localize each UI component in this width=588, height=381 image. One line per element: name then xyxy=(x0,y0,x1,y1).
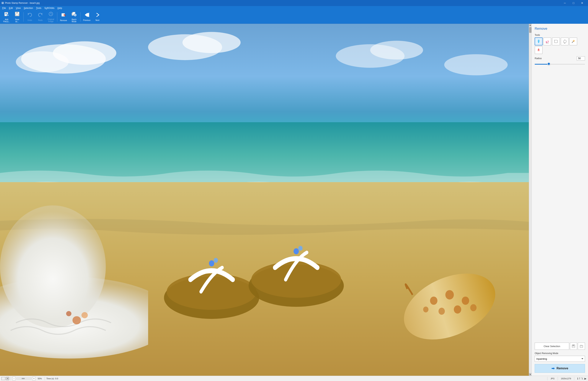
toolbar-sep-2 xyxy=(57,12,57,22)
panel-title: Remove xyxy=(535,27,585,31)
minimize-button[interactable]: ─ xyxy=(561,0,569,6)
batch-mode-button[interactable]: BatchMode xyxy=(69,11,79,23)
scroll-thumb-vertical[interactable] xyxy=(529,27,531,33)
remove-button[interactable]: ➡ Remove xyxy=(535,364,585,373)
original-image-icon xyxy=(48,12,53,18)
time-value: 0.0 xyxy=(55,378,58,380)
selection-icons: ⊞ xyxy=(1,377,9,380)
svg-rect-1 xyxy=(5,13,7,13)
svg-marker-57 xyxy=(538,42,539,43)
action-row: Clear Selection xyxy=(535,342,585,350)
zoom-out-button[interactable]: − xyxy=(12,377,16,380)
redo-icon xyxy=(38,12,43,19)
status-right: JPG 1920x1279 ℹ f 𝕏 ▶ xyxy=(547,377,587,380)
undo-label: Undo xyxy=(27,19,32,21)
svg-rect-78 xyxy=(572,347,574,347)
svg-point-38 xyxy=(66,311,71,316)
statusbar: ⊞ − + 50% Time (s): 0.0 JPG 1920x1279 ℹ … xyxy=(0,376,588,381)
spacer xyxy=(535,69,585,340)
menu-edit[interactable]: Edit xyxy=(7,6,14,10)
titlebar-left: 🖼 Photo Stamp Remover - beach.jpg xyxy=(1,2,40,4)
radius-label: Radius xyxy=(535,57,542,60)
close-button[interactable]: ✕ xyxy=(578,0,587,6)
batch-mode-icon xyxy=(71,11,77,18)
format-label: JPG xyxy=(550,378,554,380)
youtube-icon[interactable]: ▶ xyxy=(585,377,587,380)
undo-button[interactable]: Undo xyxy=(25,11,35,23)
tool-stamp-button[interactable] xyxy=(535,46,543,54)
scroll-up-button[interactable]: ▲ xyxy=(529,24,532,26)
selection-rectangle-icon[interactable] xyxy=(1,377,5,380)
svg-point-64 xyxy=(573,40,574,41)
svg-point-47 xyxy=(397,261,503,347)
svg-point-28 xyxy=(182,32,241,53)
menu-help[interactable]: Help xyxy=(56,6,64,10)
menu-view[interactable]: View xyxy=(14,6,22,10)
scroll-down-button[interactable]: ▼ xyxy=(529,373,532,376)
previous-button[interactable]: Previous xyxy=(82,11,92,23)
tool-eraser-button[interactable] xyxy=(543,38,551,45)
titlebar: 🖼 Photo Stamp Remover - beach.jpg ─ □ ✕ xyxy=(0,0,588,6)
original-image-button[interactable]: OriginalImage xyxy=(46,11,56,23)
right-panel: Remove Tools xyxy=(531,24,588,376)
load-selection-button[interactable] xyxy=(578,342,585,350)
time-display: Time (s): 0.0 xyxy=(46,378,58,380)
svg-rect-76 xyxy=(573,345,574,346)
save-as-button[interactable]: Saveas... xyxy=(12,11,22,23)
clear-selection-button[interactable]: Clear Selection xyxy=(535,342,569,350)
maximize-button[interactable]: □ xyxy=(569,0,578,6)
add-files-label: AddFile(s)... xyxy=(3,19,10,23)
info-icon[interactable]: ℹ xyxy=(577,377,578,380)
zoom-controls: − + 50% xyxy=(12,377,43,380)
slider-track xyxy=(535,64,585,65)
svg-point-36 xyxy=(72,316,81,324)
zoom-slider-track xyxy=(16,378,31,380)
menu-file[interactable]: File xyxy=(1,6,7,10)
tools-label: Tools xyxy=(535,34,585,36)
menu-tools[interactable]: Tools xyxy=(35,6,43,10)
svg-point-54 xyxy=(470,304,477,311)
mode-label: Object Removing Mode xyxy=(535,352,585,355)
svg-point-50 xyxy=(462,297,469,305)
next-button[interactable]: Next xyxy=(92,11,103,23)
tool-lasso-button[interactable] xyxy=(561,38,568,45)
redo-button[interactable]: Redo xyxy=(35,11,45,23)
add-files-icon xyxy=(4,11,9,18)
image-area[interactable] xyxy=(0,24,529,376)
vertical-scrollbar[interactable]: ▲ ▼ xyxy=(529,24,531,376)
previous-icon xyxy=(84,12,90,19)
remove-arrow-icon: ➡ xyxy=(551,366,555,371)
svg-point-53 xyxy=(423,306,428,312)
tool-rectangle-button[interactable] xyxy=(552,38,560,45)
svg-rect-56 xyxy=(538,42,539,42)
remove-toolbar-button[interactable]: Remove xyxy=(58,11,69,23)
zoom-in-button[interactable]: + xyxy=(32,377,36,380)
svg-point-45 xyxy=(294,248,299,254)
save-selection-button[interactable] xyxy=(570,342,577,350)
tool-magic-wand-button[interactable] xyxy=(569,38,577,45)
menu-softorbits[interactable]: SoftOrbits xyxy=(43,6,56,10)
svg-point-52 xyxy=(454,305,461,314)
facebook-icon[interactable]: f xyxy=(579,377,580,380)
main-area: ▲ ▼ Remove Tools xyxy=(0,24,588,376)
svg-point-35 xyxy=(0,205,106,328)
save-as-icon xyxy=(15,11,20,18)
fit-to-window-icon[interactable]: ⊞ xyxy=(6,377,9,380)
mode-select[interactable]: Inpainting Content-Aware Fill Blur xyxy=(535,356,585,362)
zoom-slider-thumb[interactable] xyxy=(22,378,25,379)
svg-point-26 xyxy=(16,51,69,72)
radius-slider-thumb[interactable] xyxy=(547,62,550,65)
svg-point-44 xyxy=(214,258,218,263)
undo-icon xyxy=(27,12,32,19)
redo-label: Redo xyxy=(38,19,42,21)
radius-input[interactable] xyxy=(577,56,585,60)
menu-selection[interactable]: Selection xyxy=(22,6,35,10)
mode-section: Object Removing Mode Inpainting Content-… xyxy=(535,352,585,362)
statusbar-sep-3 xyxy=(547,377,547,380)
tool-marker-button[interactable] xyxy=(535,38,543,45)
svg-rect-3 xyxy=(5,14,7,15)
save-as-label: Saveas... xyxy=(15,19,20,23)
add-files-button[interactable]: AddFile(s)... xyxy=(1,11,12,23)
next-icon xyxy=(94,12,101,19)
twitter-icon[interactable]: 𝕏 xyxy=(581,377,583,380)
